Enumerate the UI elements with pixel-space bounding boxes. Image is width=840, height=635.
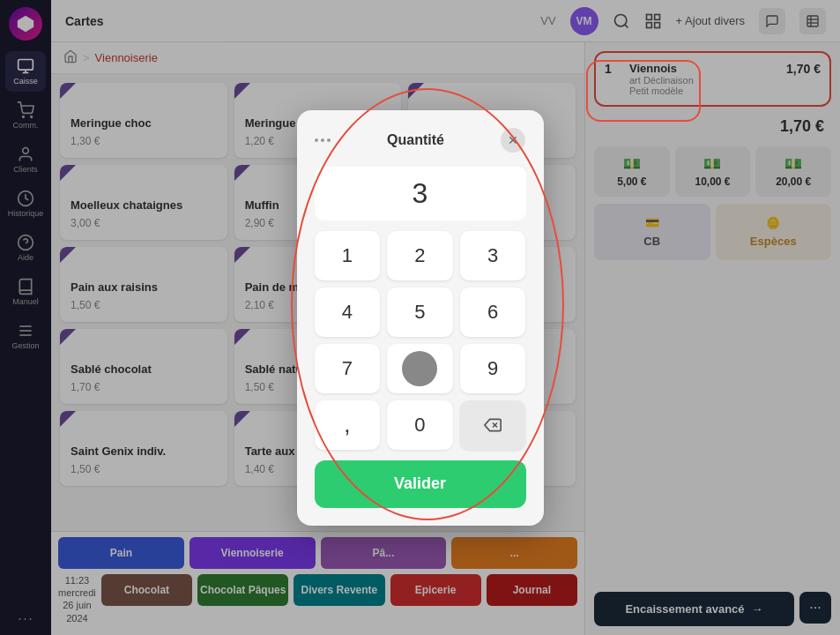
numpad-6[interactable]: 6: [460, 288, 526, 337]
modal-overlay[interactable]: Quantité ✕ 3 1 2 3 4 5 6 7 9 , 0 Valider: [0, 0, 840, 635]
numpad: 1 2 3 4 5 6 7 9 , 0: [315, 231, 526, 450]
numpad-0[interactable]: 0: [387, 400, 453, 450]
drag-dot-1: [315, 138, 318, 142]
drag-handle: [315, 138, 331, 142]
numpad-comma[interactable]: ,: [315, 400, 381, 450]
modal-close-button[interactable]: ✕: [501, 128, 525, 153]
drag-dot-2: [321, 138, 324, 142]
modal-display-value: 3: [413, 177, 428, 210]
numpad-3[interactable]: 3: [460, 231, 526, 280]
modal-display: 3: [315, 167, 526, 220]
quantity-modal: Quantité ✕ 3 1 2 3 4 5 6 7 9 , 0 Valider: [297, 110, 544, 526]
numpad-4[interactable]: 4: [315, 288, 381, 337]
drag-dot-3: [327, 138, 331, 142]
modal-header: Quantité ✕: [315, 128, 526, 153]
numpad-2[interactable]: 2: [387, 231, 453, 280]
numpad-9[interactable]: 9: [460, 344, 526, 393]
numpad-5[interactable]: 5: [387, 288, 453, 337]
numpad-1[interactable]: 1: [315, 231, 381, 280]
valider-button[interactable]: Valider: [315, 460, 526, 508]
numpad-8-thumb: [387, 344, 453, 393]
modal-title: Quantité: [387, 132, 444, 148]
numpad-backspace[interactable]: [460, 400, 526, 450]
thumb-indicator: [402, 351, 437, 386]
numpad-7[interactable]: 7: [315, 344, 381, 393]
